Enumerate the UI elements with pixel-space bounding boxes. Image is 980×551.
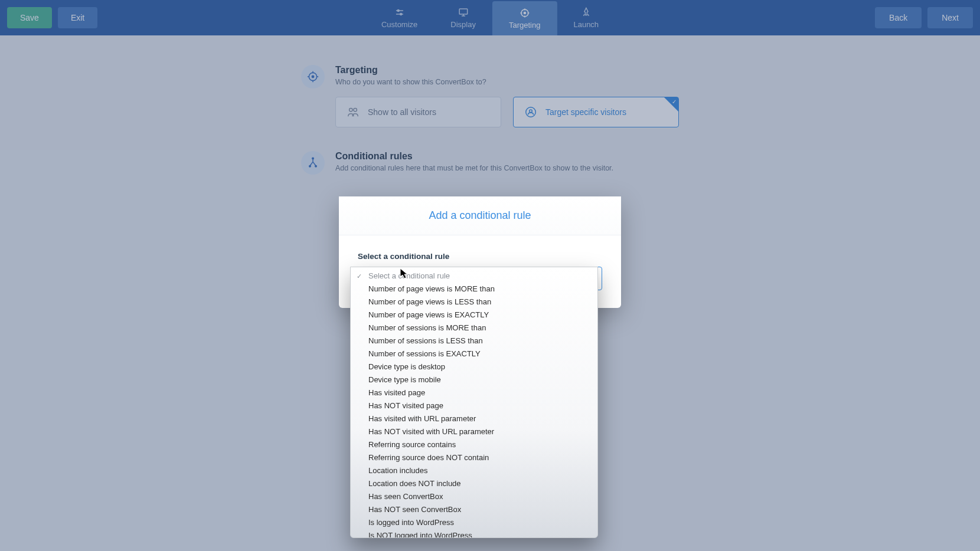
option-specific-label: Target specific visitors xyxy=(545,107,626,117)
dropdown-option[interactable]: Number of page views is MORE than xyxy=(351,283,597,296)
svg-point-23 xyxy=(312,158,314,159)
dropdown-option[interactable]: Has NOT visited with URL parameter xyxy=(351,425,597,438)
app-header: Save Exit Customize Display Targeting La… xyxy=(0,0,980,35)
targeting-title: Targeting xyxy=(335,65,679,76)
modal-title: Add a conditional rule xyxy=(339,196,621,235)
svg-rect-4 xyxy=(459,9,468,14)
dropdown-option[interactable]: Device type is mobile xyxy=(351,373,597,386)
tab-targeting-label: Targeting xyxy=(509,21,540,29)
svg-point-24 xyxy=(309,166,311,168)
tab-customize-label: Customize xyxy=(381,20,417,29)
dropdown-option[interactable]: Number of page views is EXACTLY xyxy=(351,309,597,322)
conditional-rule-dropdown: Select a conditional rule Number of page… xyxy=(350,267,598,538)
dropdown-option[interactable]: Has NOT seen ConvertBox xyxy=(351,503,597,516)
header-right: Back Next xyxy=(875,7,973,28)
svg-point-2 xyxy=(397,9,399,11)
sliders-icon xyxy=(394,7,405,18)
crosshair-icon xyxy=(307,71,319,83)
svg-point-14 xyxy=(312,76,313,77)
targeting-section: Targeting Who do you want to show this C… xyxy=(301,65,679,127)
tab-targeting[interactable]: Targeting xyxy=(492,1,557,35)
target-person-icon xyxy=(524,106,537,119)
dropdown-option[interactable]: Referring source does NOT contain xyxy=(351,451,597,464)
rules-desc: Add conditional rules here that must be … xyxy=(335,164,679,172)
tab-customize[interactable]: Customize xyxy=(365,0,434,35)
tab-launch-label: Launch xyxy=(573,20,599,29)
monitor-icon xyxy=(458,7,469,18)
svg-point-8 xyxy=(524,12,525,14)
dropdown-option[interactable]: Has visited with URL parameter xyxy=(351,412,597,425)
dropdown-option[interactable]: Device type is desktop xyxy=(351,360,597,373)
dropdown-option[interactable]: Referring source contains xyxy=(351,438,597,451)
back-button[interactable]: Back xyxy=(875,7,922,28)
targeting-section-body: Targeting Who do you want to show this C… xyxy=(335,65,679,127)
save-button[interactable]: Save xyxy=(7,7,52,28)
rocket-icon xyxy=(581,7,592,18)
targeting-options: Show to all visitors ✓ Target specific v… xyxy=(335,97,679,127)
dropdown-option[interactable]: Is NOT logged into WordPress xyxy=(351,529,597,538)
option-specific-visitors[interactable]: ✓ Target specific visitors xyxy=(513,97,679,127)
people-icon xyxy=(347,106,360,119)
svg-point-25 xyxy=(315,166,317,168)
svg-point-19 xyxy=(349,109,353,112)
modal-select-label: Select a conditional rule xyxy=(358,252,602,261)
dropdown-option[interactable]: Location does NOT include xyxy=(351,477,597,490)
rules-section-body: Conditional rules Add conditional rules … xyxy=(335,151,679,183)
check-icon: ✓ xyxy=(672,99,677,105)
next-button[interactable]: Next xyxy=(927,7,973,28)
tab-display[interactable]: Display xyxy=(434,0,492,35)
rules-section: Conditional rules Add conditional rules … xyxy=(301,151,679,183)
dropdown-option[interactable]: Number of sessions is EXACTLY xyxy=(351,347,597,360)
targeting-section-icon xyxy=(301,65,325,88)
option-all-visitors[interactable]: Show to all visitors xyxy=(335,97,501,127)
rules-section-icon xyxy=(301,151,325,175)
dropdown-option[interactable]: Is logged into WordPress xyxy=(351,516,597,529)
exit-button[interactable]: Exit xyxy=(58,7,97,28)
tab-display-label: Display xyxy=(450,20,476,29)
target-icon xyxy=(520,8,530,18)
dropdown-option[interactable]: Number of sessions is LESS than xyxy=(351,334,597,347)
svg-point-22 xyxy=(530,110,533,113)
nav-tabs: Customize Display Targeting Launch xyxy=(365,0,615,35)
dropdown-placeholder[interactable]: Select a conditional rule xyxy=(351,270,597,283)
svg-point-3 xyxy=(400,13,401,15)
option-all-label: Show to all visitors xyxy=(368,107,436,117)
dropdown-option[interactable]: Number of page views is LESS than xyxy=(351,296,597,309)
targeting-desc: Who do you want to show this ConvertBox … xyxy=(335,78,679,86)
dropdown-option[interactable]: Has seen ConvertBox xyxy=(351,490,597,503)
tab-launch[interactable]: Launch xyxy=(557,0,615,35)
rules-title: Conditional rules xyxy=(335,151,679,162)
fork-icon xyxy=(307,157,319,169)
svg-point-20 xyxy=(354,109,357,112)
dropdown-option[interactable]: Location includes xyxy=(351,464,597,477)
dropdown-option[interactable]: Has NOT visited page xyxy=(351,399,597,412)
dropdown-option[interactable]: Number of sessions is MORE than xyxy=(351,322,597,334)
dropdown-option[interactable]: Has visited page xyxy=(351,386,597,399)
